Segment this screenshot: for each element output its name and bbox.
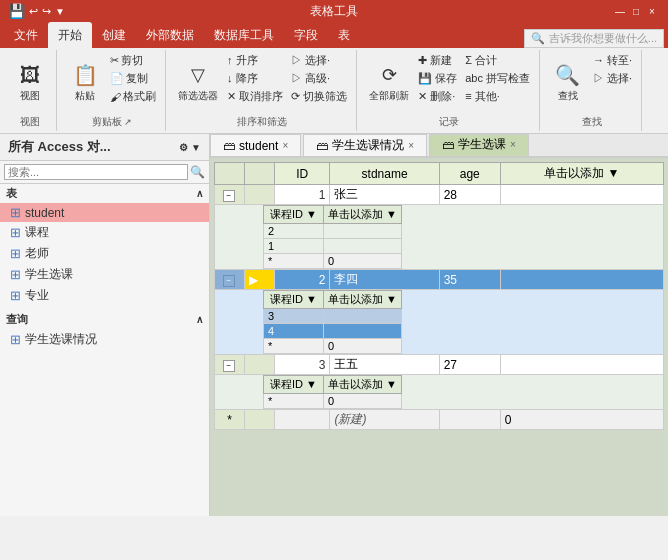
sub-col-courseid[interactable]: 课程ID ▼ [264,206,324,224]
select-btn[interactable]: ▷ 选择· [288,52,350,69]
tab-elective[interactable]: 🗃 学生选课 × [429,134,529,156]
more-btn[interactable]: ≡ 其他· [462,88,533,105]
row-stdname[interactable]: 王五 [330,355,439,375]
advanced-btn[interactable]: ▷ 高级· [288,70,350,87]
tab-field[interactable]: 字段 [284,22,328,48]
sub-table-row[interactable]: 4 [264,324,402,339]
sum-btn[interactable]: Σ 合计 [462,52,533,69]
refresh-btn[interactable]: ⟳ 全部刷新 [365,52,413,112]
tab-dbtools[interactable]: 数据库工具 [204,22,284,48]
spell-btn[interactable]: abc 拼写检查 [462,70,533,87]
tab-student-close[interactable]: × [282,140,288,151]
sub-extra[interactable] [324,309,402,324]
sub-new-val[interactable]: 0 [324,394,402,409]
sub-col-add[interactable]: 单击以添加 ▼ [324,206,402,224]
tell-bar[interactable]: 🔍 吉诉我你想要做什么... [524,29,664,48]
clear-sort-btn[interactable]: ✕ 取消排序 [224,88,286,105]
sub-new-val[interactable]: 0 [324,254,402,269]
sidebar-item-teacher[interactable]: ⊞ 老师 [0,243,209,264]
expand-btn[interactable]: － [223,275,235,287]
sub-new-row[interactable]: * 0 [264,339,402,354]
minimize-btn[interactable]: — [612,4,628,18]
find-btn[interactable]: 🔍 查找 [548,52,588,112]
format-painter-btn[interactable]: 🖌 格式刷 [107,88,159,105]
sub-col-add[interactable]: 单击以添加 ▼ [324,376,402,394]
col-stdname[interactable]: stdname [330,163,439,185]
table-row[interactable]: － 1 张三 28 [215,185,664,205]
row-extra[interactable] [500,270,663,290]
row-stdname[interactable]: 张三 [330,185,439,205]
redo-btn[interactable]: ↪ [42,5,51,18]
table-row[interactable]: － ▶ 2 李四 35 [215,270,664,290]
row-extra[interactable] [500,355,663,375]
filter-btn[interactable]: ▽ 筛选选器 [174,52,222,112]
sub-courseid[interactable]: 1 [264,239,324,254]
save-record-btn[interactable]: 💾 保存 [415,70,460,87]
sub-new-val[interactable]: 0 [324,339,402,354]
sub-table-row[interactable]: 3 [264,309,402,324]
maximize-btn[interactable]: □ [628,4,644,18]
sub-table-row[interactable]: 1 [264,239,402,254]
sidebar-item-course[interactable]: ⊞ 课程 [0,222,209,243]
row-age[interactable]: 27 [439,355,500,375]
tab-elective-close[interactable]: × [510,139,516,150]
cut-btn[interactable]: ✂ 剪切 [107,52,159,69]
toggle-filter-btn[interactable]: ⟳ 切换筛选 [288,88,350,105]
tab-student[interactable]: 🗃 student × [210,134,301,156]
sub-courseid[interactable]: 2 [264,224,324,239]
sub-new-row[interactable]: * 0 [264,394,402,409]
undo-btn[interactable]: ↩ [29,5,38,18]
sort-desc-btn[interactable]: ↓ 降序 [224,70,286,87]
expand-btn[interactable]: － [223,360,235,372]
paste-btn[interactable]: 📋 粘贴 [65,52,105,112]
copy-btn[interactable]: 📄 复制 [107,70,159,87]
tab-external[interactable]: 外部数据 [136,22,204,48]
new-record-btn[interactable]: ✚ 新建 [415,52,460,69]
sidebar-item-elective[interactable]: ⊞ 学生选课 [0,264,209,285]
tab-file[interactable]: 文件 [4,22,48,48]
sub-extra[interactable] [324,324,402,339]
sort-asc-btn[interactable]: ↑ 升序 [224,52,286,69]
view-btn[interactable]: 🖼 视图 [10,52,50,112]
close-btn[interactable]: × [644,4,660,18]
query-section-header[interactable]: 查询 ∧ [0,310,209,329]
table-row[interactable]: － 3 王五 27 [215,355,664,375]
search-input[interactable] [4,164,188,180]
sub-new-row[interactable]: * 0 [264,254,402,269]
row-age[interactable]: 28 [439,185,500,205]
tab-table[interactable]: 表 [328,22,360,48]
sidebar-item-student[interactable]: ⊞ student [0,203,209,222]
expand-cell[interactable]: － [215,270,245,290]
expand-cell[interactable]: － [215,185,245,205]
col-age[interactable]: age [439,163,500,185]
tables-section-header[interactable]: 表 ∧ [0,184,209,203]
sub-extra[interactable] [324,224,402,239]
sub-courseid[interactable]: 4 [264,324,324,339]
sub-courseid[interactable]: 3 [264,309,324,324]
row-stdname[interactable]: 李四 [330,270,439,290]
expand-cell[interactable]: － [215,355,245,375]
tab-elective-view[interactable]: 🗃 学生选课情况 × [303,134,427,156]
qa-dropdown[interactable]: ▼ [55,6,65,17]
delete-btn[interactable]: ✕ 删除· [415,88,460,105]
left-search-bar[interactable]: 🔍 [0,161,209,184]
tables-collapse-icon[interactable]: ∧ [196,188,203,199]
header-options-btn[interactable]: ⚙ ▼ [179,142,201,153]
row-age[interactable]: 35 [439,270,500,290]
sidebar-item-elective-view[interactable]: ⊞ 学生选课情况 [0,329,209,350]
col-id[interactable]: ID [275,163,330,185]
sub-extra[interactable] [324,239,402,254]
sidebar-item-major[interactable]: ⊞ 专业 [0,285,209,306]
sub-col-courseid[interactable]: 课程ID ▼ [264,376,324,394]
goto-btn[interactable]: → 转至· [590,52,635,69]
tab-start[interactable]: 开始 [48,22,92,48]
data-area[interactable]: ID stdname age 单击以添加 ▼ － 1 张三 28 [210,158,668,516]
tab-elective-view-close[interactable]: × [408,140,414,151]
tab-create[interactable]: 创建 [92,22,136,48]
expand-btn[interactable]: － [223,190,235,202]
query-collapse-icon[interactable]: ∧ [196,314,203,325]
col-add[interactable]: 单击以添加 ▼ [500,163,663,185]
select2-btn[interactable]: ▷ 选择· [590,70,635,87]
row-extra[interactable] [500,185,663,205]
sub-table-row[interactable]: 2 [264,224,402,239]
